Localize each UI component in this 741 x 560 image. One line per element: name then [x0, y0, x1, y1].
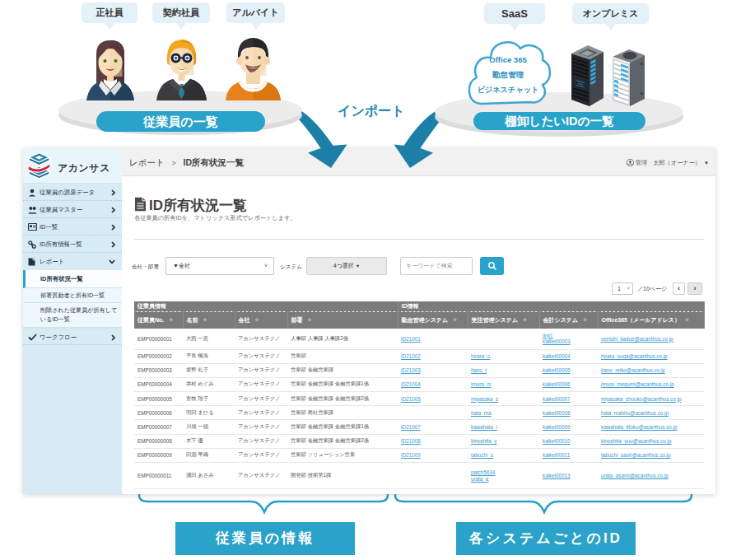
- svg-text:ビジネスチャット: ビジネスチャット: [477, 86, 538, 94]
- svg-text:Office 365: Office 365: [489, 55, 527, 64]
- svg-text:勤怠管理: 勤怠管理: [492, 70, 524, 79]
